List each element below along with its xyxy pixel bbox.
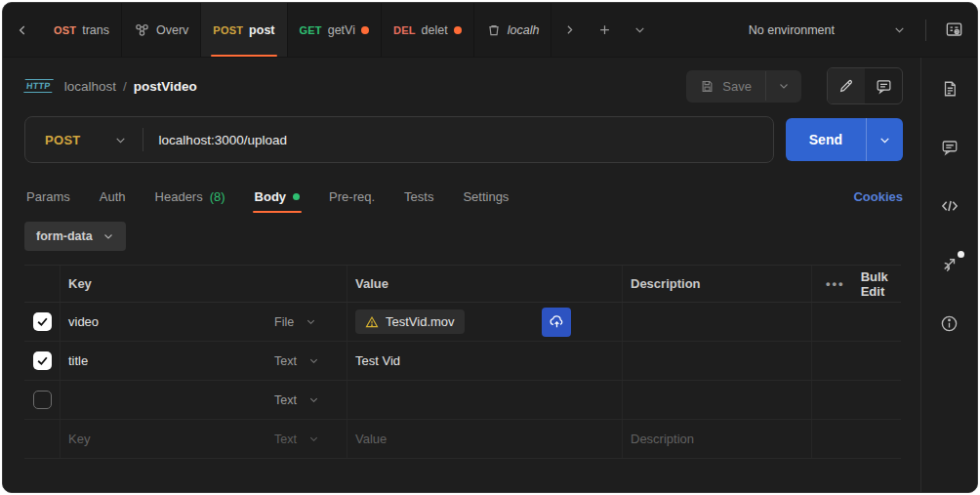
type-selector[interactable]: File: [266, 303, 347, 341]
type-value: Text: [274, 433, 297, 446]
row-actions-cell: [811, 420, 901, 458]
tab-delet[interactable]: DEL delet: [382, 3, 474, 57]
type-selector[interactable]: Text: [266, 420, 347, 458]
tab-post-active[interactable]: POST post: [201, 3, 287, 57]
table-row: title Text Test Vid: [24, 342, 901, 381]
tab-getvi[interactable]: GET getVi: [288, 3, 382, 57]
postman-window: OST trans Overv POST post GET getVi DEL …: [2, 2, 978, 493]
type-value: Text: [274, 393, 297, 407]
headers-count: (8): [210, 189, 225, 204]
table-row: Text: [24, 381, 901, 420]
key-input-placeholder[interactable]: Key: [60, 420, 266, 458]
plus-icon: [597, 22, 612, 37]
environment-area: No environment: [657, 3, 977, 57]
documentation-button[interactable]: [932, 71, 967, 106]
description-input-placeholder[interactable]: Description: [622, 420, 811, 458]
description-input[interactable]: [622, 381, 811, 419]
tab-trans[interactable]: OST trans: [42, 3, 122, 57]
tab-method: GET: [300, 24, 322, 36]
request-tabs: Params Auth Headers (8) Body Pre-req. Te…: [3, 175, 920, 218]
more-actions-button[interactable]: •••: [826, 276, 845, 291]
breadcrumb-request-name[interactable]: postVideo: [134, 79, 197, 94]
request-url-row: POST localhost:3000/upload Send: [3, 114, 920, 175]
row-actions-cell: [811, 342, 901, 380]
save-split-button[interactable]: Save: [686, 70, 801, 103]
right-sidebar: [920, 58, 977, 492]
table-header-row: Key Value Description ••• Bulk Edit: [24, 266, 901, 303]
tab-params[interactable]: Params: [24, 175, 72, 218]
bulk-edit-button[interactable]: Bulk Edit: [861, 269, 901, 299]
key-input[interactable]: video: [60, 303, 266, 341]
table-row: video File TestVid.mov: [24, 303, 901, 342]
environment-selector[interactable]: No environment: [733, 23, 921, 37]
tab-auth[interactable]: Auth: [98, 175, 128, 218]
value-input-placeholder[interactable]: Value: [347, 420, 622, 458]
save-options-button[interactable]: [765, 71, 801, 101]
upload-file-button[interactable]: [542, 308, 571, 337]
code-snippet-button[interactable]: [932, 188, 967, 224]
info-button[interactable]: [932, 306, 967, 341]
breadcrumb-separator: /: [123, 79, 127, 94]
comments-sidebar-button[interactable]: [932, 130, 967, 165]
new-tab-button[interactable]: [587, 3, 622, 57]
tab-tests[interactable]: Tests: [402, 175, 435, 218]
info-icon: [940, 314, 959, 333]
type-selector[interactable]: Text: [266, 342, 347, 380]
key-input[interactable]: [60, 381, 266, 419]
comments-button[interactable]: [865, 68, 902, 103]
header-actions: ••• Bulk Edit: [811, 266, 901, 302]
tab-options-button[interactable]: [622, 3, 657, 57]
tabs-scroll-right-button[interactable]: [551, 3, 587, 57]
save-button[interactable]: Save: [686, 70, 765, 103]
breadcrumb-collection[interactable]: localhost: [64, 79, 116, 94]
tabs-scroll-left-button[interactable]: [3, 3, 42, 57]
chevron-down-icon: [306, 316, 316, 327]
row-checkbox-checked[interactable]: [33, 312, 52, 331]
tab-label: Tests: [404, 189, 433, 204]
tab-headers[interactable]: Headers (8): [153, 175, 227, 218]
method-selector[interactable]: POST: [25, 133, 143, 147]
type-selector[interactable]: Text: [266, 381, 347, 419]
notification-dot: [958, 251, 964, 258]
checkmark-icon: [36, 315, 49, 328]
url-input[interactable]: localhost:3000/upload: [143, 133, 287, 147]
send-options-button[interactable]: [866, 118, 903, 161]
chevron-left-icon: [16, 23, 29, 37]
selected-file-chip[interactable]: TestVid.mov: [355, 309, 465, 334]
header-value: Value: [347, 266, 622, 302]
edit-button[interactable]: [828, 68, 865, 103]
comment-icon: [876, 78, 892, 95]
tab-prereq[interactable]: Pre-req.: [327, 175, 377, 218]
description-input[interactable]: [622, 303, 811, 341]
tab-localh[interactable]: localh: [474, 3, 552, 57]
save-icon: [700, 79, 715, 94]
body-type-selector[interactable]: form-data: [24, 222, 126, 251]
row-checkbox-checked[interactable]: [33, 351, 52, 370]
tab-body-active[interactable]: Body: [253, 175, 303, 218]
tab-settings[interactable]: Settings: [461, 175, 510, 218]
cookies-link[interactable]: Cookies: [853, 189, 903, 204]
tab-method: DEL: [393, 24, 416, 36]
tab-overview[interactable]: Overv: [122, 3, 201, 57]
environment-quick-look-button[interactable]: [930, 21, 977, 39]
row-checkbox-unchecked[interactable]: [33, 391, 52, 409]
form-data-table: Key Value Description ••• Bulk Edit: [24, 265, 901, 459]
value-input[interactable]: [347, 381, 622, 419]
send-button[interactable]: Send: [786, 118, 866, 161]
header-key: Key: [60, 266, 347, 302]
value-input[interactable]: Test Vid: [347, 342, 622, 380]
overview-icon: [134, 21, 150, 38]
send-split-button[interactable]: Send: [786, 118, 903, 161]
key-input[interactable]: title: [60, 342, 266, 380]
type-value: File: [274, 315, 294, 329]
comment-icon: [941, 139, 959, 156]
body-type-row: form-data: [3, 218, 920, 261]
tab-label: Auth: [100, 189, 126, 204]
body-modified-dot: [293, 193, 300, 200]
cloud-upload-icon: [549, 313, 565, 330]
related-requests-button[interactable]: [932, 247, 967, 282]
description-input[interactable]: [622, 342, 811, 380]
tab-label: Settings: [463, 189, 509, 204]
type-value: Text: [274, 354, 297, 368]
chevron-down-icon: [308, 394, 319, 405]
